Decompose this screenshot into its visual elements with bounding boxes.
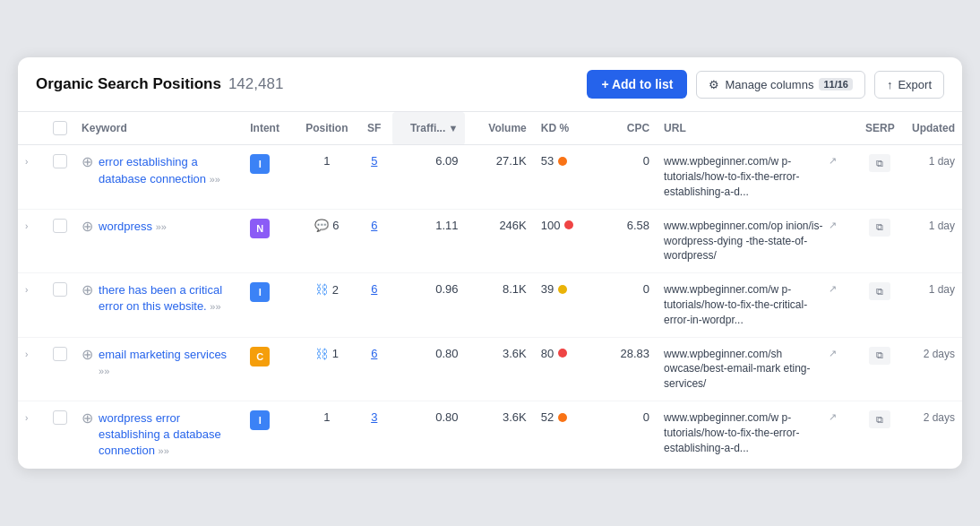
keyword-add-icon[interactable]: ⊕: [82, 411, 93, 426]
keyword-add-icon[interactable]: ⊕: [82, 220, 93, 234]
keyword-chevrons-icon: »»: [210, 301, 220, 312]
serp-preview-button[interactable]: ⧉: [869, 282, 890, 300]
url-cell: www.wpbeginner.com/w p-tutorials/how-to-…: [664, 282, 850, 327]
row-expand-chevron[interactable]: ›: [25, 157, 28, 167]
row-expand-chevron[interactable]: ›: [25, 285, 28, 295]
kd-value: 53: [541, 154, 554, 168]
kd-value: 39: [541, 282, 554, 296]
manage-columns-label: Manage columns: [725, 78, 813, 91]
table-row: › ⊕ there has been a critical error on t…: [18, 273, 962, 337]
intent-col-header: Intent: [243, 112, 297, 145]
kd-col-header: KD %: [534, 112, 606, 145]
traffic-value: 0.96: [435, 282, 458, 296]
url-link[interactable]: www.wpbeginner.com/w p-tutorials/how-to-…: [664, 410, 825, 455]
kd-value: 100: [541, 219, 561, 232]
url-cell: www.wpbeginner.com/w p-tutorials/how-to-…: [664, 154, 850, 199]
row-checkbox[interactable]: [53, 282, 67, 297]
data-table: Keyword Intent Position SF Traffi... ▼ V…: [18, 112, 962, 468]
sf-value[interactable]: 3: [371, 410, 377, 424]
cpc-value: 0: [643, 282, 649, 296]
serp-preview-button[interactable]: ⧉: [869, 154, 890, 172]
url-link[interactable]: www.wpbeginner.com/w p-tutorials/how-to-…: [664, 154, 825, 199]
serp-icon-glyph: ⧉: [876, 349, 883, 361]
kd-value: 80: [541, 347, 554, 360]
keyword-link[interactable]: email marketing services »»: [99, 347, 236, 379]
sf-value[interactable]: 6: [371, 219, 377, 232]
kd-cell: 100: [541, 219, 599, 232]
traffic-filter-icon[interactable]: ▼: [449, 123, 459, 134]
serp-icon-glyph: ⧉: [876, 414, 883, 426]
export-button[interactable]: ↑ Export: [874, 71, 944, 99]
keyword-link[interactable]: wordpress error establishing a database …: [99, 410, 236, 460]
kd-cell: 80: [541, 347, 599, 360]
row-expand-chevron[interactable]: ›: [25, 413, 28, 423]
serp-col-header: SERP: [857, 112, 903, 145]
url-link[interactable]: www.wpbeginner.com/sh owcase/best-email-…: [664, 347, 825, 392]
serp-preview-button[interactable]: ⧉: [869, 410, 890, 428]
kd-dot: [558, 349, 567, 358]
table-row: › ⊕ email marketing services »» C⛓160.80…: [18, 337, 962, 401]
url-cell: www.wpbeginner.com/op inion/is-wordpress…: [664, 219, 850, 263]
url-link[interactable]: www.wpbeginner.com/w p-tutorials/how-to-…: [664, 282, 825, 327]
select-all-checkbox[interactable]: [53, 121, 67, 135]
row-expand-chevron[interactable]: ›: [25, 221, 28, 231]
position-col-header: Position: [297, 112, 356, 145]
sf-value[interactable]: 6: [371, 347, 377, 360]
updated-value: 1 day: [929, 283, 955, 296]
external-link-icon[interactable]: ↗: [829, 220, 837, 231]
kd-dot: [558, 157, 567, 166]
serp-icon-glyph: ⧉: [876, 221, 883, 233]
external-link-icon[interactable]: ↗: [829, 155, 837, 167]
cpc-value: 0: [643, 410, 649, 424]
keyword-link[interactable]: there has been a critical error on this …: [99, 282, 236, 315]
table-header-row: Keyword Intent Position SF Traffi... ▼ V…: [18, 112, 962, 145]
header-title-group: Organic Search Positions 142,481: [36, 75, 283, 93]
intent-badge: I: [250, 282, 270, 302]
traffic-value: 0.80: [435, 410, 458, 424]
table-row: › ⊕ error establishing a database connec…: [18, 145, 962, 209]
intent-badge: C: [250, 347, 270, 366]
traffic-value: 6.09: [435, 154, 458, 168]
cpc-value: 0: [643, 154, 649, 168]
sf-value[interactable]: 5: [371, 154, 377, 168]
row-checkbox[interactable]: [53, 154, 67, 168]
link-chain-icon: ⛓: [315, 347, 328, 361]
volume-value: 27.1K: [496, 154, 527, 168]
manage-columns-button[interactable]: ⚙ Manage columns 11/16: [696, 71, 865, 99]
keyword-link[interactable]: wordpress »»: [99, 219, 167, 235]
row-checkbox[interactable]: [53, 219, 67, 233]
external-link-icon[interactable]: ↗: [829, 411, 837, 423]
header-actions: + Add to list ⚙ Manage columns 11/16 ↑ E…: [587, 70, 944, 99]
intent-badge: I: [250, 154, 270, 174]
row-checkbox[interactable]: [53, 410, 67, 425]
position-value: 1: [323, 410, 330, 424]
page-header: Organic Search Positions 142,481 + Add t…: [18, 57, 962, 112]
updated-value: 2 days: [924, 348, 955, 360]
external-link-icon[interactable]: ↗: [829, 348, 837, 359]
keyword-add-icon[interactable]: ⊕: [82, 283, 93, 297]
row-expand-chevron[interactable]: ›: [25, 349, 28, 359]
intent-badge: N: [250, 219, 270, 238]
updated-value: 1 day: [929, 155, 955, 168]
serp-preview-button[interactable]: ⧉: [869, 219, 890, 237]
volume-value: 3.6K: [503, 347, 527, 360]
position-value: 1: [332, 347, 339, 360]
updated-value: 2 days: [924, 411, 955, 424]
cpc-value: 28.83: [621, 347, 650, 360]
kd-cell: 52: [541, 410, 599, 424]
add-to-list-button[interactable]: + Add to list: [587, 70, 687, 99]
row-checkbox[interactable]: [53, 347, 67, 361]
serp-icon-glyph: ⧉: [876, 286, 883, 297]
url-link[interactable]: www.wpbeginner.com/op inion/is-wordpress…: [664, 219, 825, 263]
keyword-add-icon[interactable]: ⊕: [82, 155, 93, 169]
external-link-icon[interactable]: ↗: [829, 283, 837, 295]
intent-badge: I: [250, 410, 270, 430]
keyword-link[interactable]: error establishing a database connection…: [99, 154, 236, 186]
traffic-col-header: Traffi... ▼: [392, 112, 465, 145]
sf-value[interactable]: 6: [371, 282, 377, 296]
keyword-chevrons-icon: »»: [159, 445, 169, 456]
keyword-add-icon[interactable]: ⊕: [82, 348, 93, 362]
serp-preview-button[interactable]: ⧉: [869, 347, 890, 365]
check-col-header: [46, 112, 75, 145]
keyword-col-header: Keyword: [74, 112, 243, 145]
